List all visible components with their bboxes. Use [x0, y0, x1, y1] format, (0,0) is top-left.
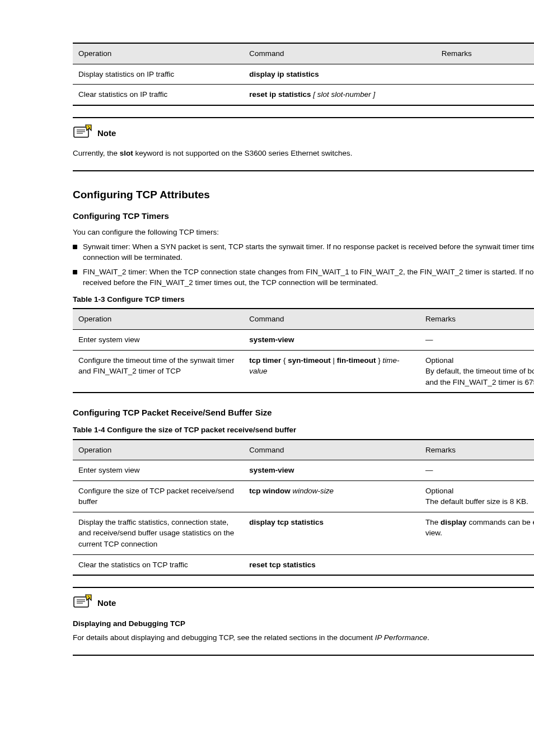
cmd-arg: | [331, 356, 337, 365]
bullet-icon [73, 270, 77, 274]
op-cell: Enter system view [73, 330, 243, 351]
cmd-text: display ip statistics [249, 70, 319, 78]
note-text: Currently, the slot keyword is not suppo… [73, 148, 534, 159]
bullet-icon [73, 245, 77, 249]
cmd-cell: tcp timer { syn-timeout | fin-timeout } … [243, 350, 420, 393]
heading-config-tcp-timers: Configuring TCP Timers [73, 210, 534, 222]
rem-cmd: display [441, 518, 467, 526]
tcp-buffer-table: Operation Command Remarks Enter system v… [73, 439, 534, 576]
op-cell: Display the traffic statistics, connecti… [73, 512, 243, 554]
note-icon [73, 594, 93, 613]
tcp-timer-table: Operation Command Remarks Enter system v… [73, 308, 534, 393]
table-row: Display statistics on IP traffic display… [73, 64, 534, 85]
cmd-cell: system-view [243, 460, 420, 481]
cmd-text: tcp window [249, 487, 291, 495]
cmd-text: reset ip statistics [249, 90, 311, 99]
table-caption-1-4: Table 1-4 Configure the size of TCP pack… [73, 424, 534, 436]
note-icon [73, 124, 93, 143]
bullet-text: Synwait timer: When a SYN packet is sent… [83, 241, 534, 263]
rem-cell: The display commands can be executed in … [420, 512, 534, 554]
cmd-arg: } [376, 356, 383, 365]
th-operation: Operation [73, 43, 243, 64]
table-row: Display the traffic statistics, connecti… [73, 512, 534, 554]
cmd-text: system-view [249, 335, 294, 344]
rem-cell: Optional The default buffer size is 8 KB… [420, 480, 534, 512]
cmd-cell: system-view [243, 330, 420, 351]
note-text: For details about displaying and debuggi… [73, 632, 534, 643]
note-block-slot-unsupported: Note Currently, the slot keyword is not … [73, 117, 534, 171]
tcp-intro-text: You can configure the following TCP time… [73, 227, 534, 238]
cmd-text: tcp timer [249, 356, 283, 365]
rem-cell [436, 64, 534, 85]
note-block-display-debug-tcp: Note Displaying and Debugging TCP For de… [73, 587, 534, 656]
ip-statistics-table: Operation Command Remarks Display statis… [73, 43, 534, 106]
op-cell: Enter system view [73, 460, 243, 481]
rem-cell: — [420, 330, 534, 351]
table-row: Enter system view system-view — [73, 460, 534, 481]
note-subheading: Displaying and Debugging TCP [73, 618, 534, 629]
rem-line: Optional [425, 355, 534, 366]
cmd-arg: window-size [291, 487, 334, 495]
th-operation: Operation [73, 309, 243, 329]
note-title: Note [97, 597, 116, 609]
th-remarks: Remarks [420, 309, 534, 329]
table-row: Configure the timeout time of the synwai… [73, 350, 534, 393]
note-title: Note [97, 127, 116, 139]
th-command: Command [243, 43, 435, 64]
rem-cell: Optional By default, the timeout time of… [420, 350, 534, 393]
list-item: Synwait timer: When a SYN packet is sent… [73, 241, 534, 263]
op-cell: Clear the statistics on TCP traffic [73, 554, 243, 575]
cmd-text: system-view [249, 466, 294, 474]
th-command: Command [243, 309, 420, 329]
rem-line: The [425, 518, 441, 526]
heading-config-tcp-buffer: Configuring TCP Packet Receive/Send Buff… [73, 407, 534, 419]
cmd-cell: tcp window window-size [243, 480, 420, 512]
rem-line: The default buffer size is 8 KB. [425, 496, 534, 507]
table-row: Clear the statistics on TCP traffic rese… [73, 554, 534, 575]
bullet-text: FIN_WAIT_2 timer: When the TCP connectio… [83, 267, 534, 288]
cmd-text: reset tcp statistics [249, 561, 316, 569]
cmd-cell: reset ip statistics [ slot slot-number ] [243, 85, 435, 105]
th-operation: Operation [73, 440, 243, 460]
op-cell: Configure the size of TCP packet receive… [73, 480, 243, 512]
cmd-arg: [ slot slot-number ] [311, 90, 376, 99]
rem-cell: — [420, 460, 534, 481]
rem-line: Optional [425, 486, 534, 497]
cmd-text: display tcp statistics [249, 518, 324, 526]
cmd-text: fin-timeout [337, 356, 376, 365]
cmd-text: syn-timeout [288, 356, 331, 365]
op-cell: Display statistics on IP traffic [73, 64, 243, 85]
table-row: Configure the size of TCP packet receive… [73, 480, 534, 512]
op-cell: Configure the timeout time of the synwai… [73, 350, 243, 393]
cmd-cell: display ip statistics [243, 64, 435, 85]
op-cell: Clear statistics on IP traffic [73, 85, 243, 105]
table-row: Enter system view system-view — [73, 330, 534, 351]
th-command: Command [243, 440, 420, 460]
rem-cell [436, 85, 534, 105]
cmd-cell: reset tcp statistics [243, 554, 420, 575]
table-caption-1-3: Table 1-3 Configure TCP timers [73, 294, 534, 305]
list-item: FIN_WAIT_2 timer: When the TCP connectio… [73, 267, 534, 288]
cmd-cell: display tcp statistics [243, 512, 420, 554]
rem-cell [420, 554, 534, 575]
heading-config-tcp-attrs: Configuring TCP Attributes [73, 187, 534, 203]
th-remarks: Remarks [436, 43, 534, 64]
th-remarks: Remarks [420, 440, 534, 460]
rem-line: By default, the timeout time of both the… [425, 366, 534, 388]
table-row: Clear statistics on IP traffic reset ip … [73, 85, 534, 105]
